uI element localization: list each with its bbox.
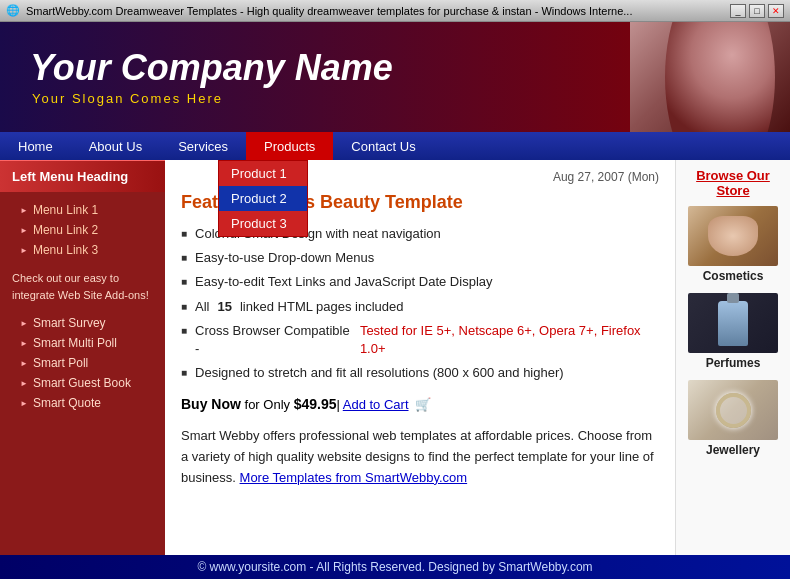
sidebar-smart-survey[interactable]: Smart Survey bbox=[0, 313, 165, 333]
minimize-button[interactable]: _ bbox=[730, 4, 746, 18]
company-slogan: Your Slogan Comes Here bbox=[0, 91, 393, 106]
promo-text: Smart Webby offers professional web temp… bbox=[181, 426, 659, 488]
left-sidebar: Left Menu Heading Menu Link 1 Menu Link … bbox=[0, 160, 165, 555]
feature-list: Colorful Smart Design with neat navigati… bbox=[181, 225, 659, 382]
nav-products[interactable]: Products bbox=[246, 132, 333, 160]
navigation-bar: Home About Us Services Products Contact … bbox=[0, 132, 790, 160]
browse-store-heading[interactable]: Browse Our Store bbox=[684, 168, 782, 198]
nav-contact[interactable]: Contact Us bbox=[333, 132, 433, 160]
company-name: Your Company Name bbox=[0, 48, 393, 88]
feature-item-4: All 15 linked HTML pages included bbox=[181, 298, 659, 316]
product-card-perfumes: Perfumes bbox=[684, 293, 782, 370]
product-label-perfumes: Perfumes bbox=[684, 356, 782, 370]
product-label-jewellery: Jewellery bbox=[684, 443, 782, 457]
buy-separator: for Only bbox=[245, 397, 294, 412]
maximize-button[interactable]: □ bbox=[749, 4, 765, 18]
buy-price: $49.95 bbox=[294, 396, 337, 412]
browser-compat-link[interactable]: Tested for IE 5+, Netscape 6+, Opera 7+,… bbox=[360, 322, 659, 358]
buy-label: Buy Now bbox=[181, 396, 241, 412]
product-thumb-perfumes bbox=[688, 293, 778, 353]
main-area: Left Menu Heading Menu Link 1 Menu Link … bbox=[0, 160, 790, 555]
dropdown-product1[interactable]: Product 1 bbox=[219, 161, 307, 186]
close-button[interactable]: ✕ bbox=[768, 4, 784, 18]
left-menu-heading: Left Menu Heading bbox=[0, 160, 165, 192]
feature-item-2: Easy-to-use Drop-down Menus bbox=[181, 249, 659, 267]
nav-about[interactable]: About Us bbox=[71, 132, 160, 160]
product-card-jewellery: Jewellery bbox=[684, 380, 782, 457]
feature-item-3: Easy-to-edit Text Links and JavaScript D… bbox=[181, 273, 659, 291]
add-to-cart-link[interactable]: Add to Cart bbox=[343, 397, 409, 412]
product-card-cosmetics: Cosmetics bbox=[684, 206, 782, 283]
buy-section: Buy Now for Only $49.95| Add to Cart 🛒 bbox=[181, 396, 659, 412]
footer-text: © www.yoursite.com - All Rights Reserved… bbox=[197, 560, 592, 574]
sidebar-promo-text: Check out our easy to integrate Web Site… bbox=[0, 260, 165, 313]
cart-icon: 🛒 bbox=[415, 397, 431, 412]
sidebar-smart-guest-book[interactable]: Smart Guest Book bbox=[0, 373, 165, 393]
sidebar-menu-link-2[interactable]: Menu Link 2 bbox=[0, 220, 165, 240]
site-header: Your Company Name Your Slogan Comes Here bbox=[0, 22, 790, 132]
product-label-cosmetics: Cosmetics bbox=[684, 269, 782, 283]
dropdown-product3[interactable]: Product 3 bbox=[219, 211, 307, 236]
window-controls: _ □ ✕ bbox=[730, 4, 784, 18]
site-footer: © www.yoursite.com - All Rights Reserved… bbox=[0, 555, 790, 579]
header-image bbox=[630, 22, 790, 132]
products-dropdown: Product 1 Product 2 Product 3 bbox=[218, 160, 308, 237]
dropdown-product2[interactable]: Product 2 bbox=[219, 186, 307, 211]
sidebar-smart-multi-poll[interactable]: Smart Multi Poll bbox=[0, 333, 165, 353]
title-bar: 🌐 SmartWebby.com Dreamweaver Templates -… bbox=[0, 0, 790, 22]
feature-item-5: Cross Browser Compatible - Tested for IE… bbox=[181, 322, 659, 358]
window-title: SmartWebby.com Dreamweaver Templates - H… bbox=[26, 5, 730, 17]
right-panel: Browse Our Store Cosmetics Perfumes bbox=[675, 160, 790, 555]
sidebar-smart-quote[interactable]: Smart Quote bbox=[0, 393, 165, 413]
product-thumb-jewellery bbox=[688, 380, 778, 440]
sidebar-menu-link-1[interactable]: Menu Link 1 bbox=[0, 200, 165, 220]
product-thumb-cosmetics bbox=[688, 206, 778, 266]
sidebar-menu-link-3[interactable]: Menu Link 3 bbox=[0, 240, 165, 260]
nav-services[interactable]: Services bbox=[160, 132, 246, 160]
sidebar-smart-poll[interactable]: Smart Poll bbox=[0, 353, 165, 373]
nav-home[interactable]: Home bbox=[0, 132, 71, 160]
feature-item-6: Designed to stretch and fit all resoluti… bbox=[181, 364, 659, 382]
more-templates-link[interactable]: More Templates from SmartWebby.com bbox=[240, 470, 468, 485]
